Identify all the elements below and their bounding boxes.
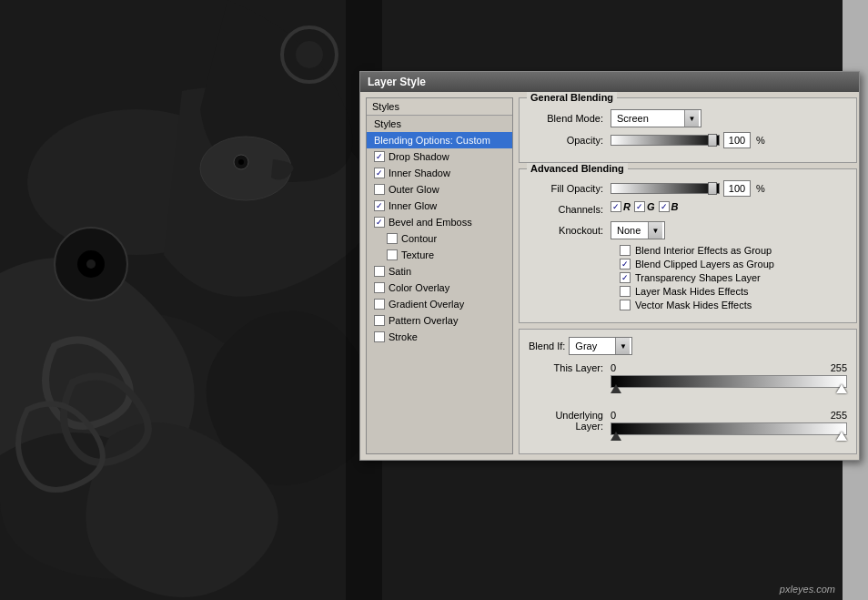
styles-list: StylesBlending Options: CustomDrop Shado…: [367, 116, 512, 345]
style-item-blending-options[interactable]: Blending Options: Custom: [367, 132, 512, 148]
styles-panel: Styles StylesBlending Options: CustomDro…: [366, 97, 513, 454]
adv-chk-layer-mask-hides[interactable]: [620, 286, 631, 297]
channel-R[interactable]: R: [611, 201, 631, 212]
channel-G[interactable]: G: [634, 201, 655, 212]
style-label-satin: Satin: [389, 266, 411, 277]
opacity-slider-track[interactable]: [611, 135, 720, 146]
knockout-value: None: [613, 225, 648, 236]
adv-chk-label-layer-mask-hides: Layer Mask Hides Effects: [635, 286, 749, 297]
fill-opacity-slider-track[interactable]: [611, 183, 720, 194]
channel-B[interactable]: B: [659, 201, 679, 212]
underlying-layer-slider-area: 0 255: [611, 410, 847, 444]
adv-chk-blend-clipped[interactable]: [620, 259, 631, 269]
blend-mode-arrow-icon: ▼: [684, 110, 699, 127]
underlying-layer-left-handle[interactable]: [611, 432, 621, 441]
knockout-arrow-icon: ▼: [648, 222, 662, 239]
this-layer-slider-track[interactable]: [611, 375, 847, 388]
blend-mode-row: Blend Mode: Screen ▼: [529, 109, 847, 127]
svg-point-9: [296, 41, 323, 68]
adv-chk-label-blend-interior: Blend Interior Effects as Group: [635, 245, 772, 256]
opacity-row: Opacity: 100 %: [529, 132, 847, 148]
channel-label-B: B: [671, 201, 679, 212]
style-item-stroke[interactable]: Stroke: [367, 329, 512, 345]
style-checkbox-inner-glow[interactable]: [374, 200, 385, 211]
underlying-layer-slider-track[interactable]: [611, 422, 847, 435]
dialog-body: Styles StylesBlending Options: CustomDro…: [360, 92, 859, 460]
svg-point-4: [86, 259, 96, 269]
watermark: pxleyes.com: [780, 584, 835, 595]
style-checkbox-drop-shadow[interactable]: [374, 151, 385, 162]
channel-checkbox-R[interactable]: [611, 201, 621, 212]
this-layer-row: This Layer: 0 255: [529, 362, 847, 397]
style-checkbox-stroke[interactable]: [374, 331, 385, 342]
channels-checkboxes: RGB: [611, 201, 678, 212]
style-item-styles[interactable]: Styles: [367, 116, 512, 132]
style-checkbox-outer-glow[interactable]: [374, 184, 385, 195]
style-item-outer-glow[interactable]: Outer Glow: [367, 181, 512, 198]
style-label-texture: Texture: [401, 249, 434, 260]
channel-label-R: R: [623, 201, 631, 212]
this-layer-max: 255: [831, 362, 847, 373]
blend-if-dropdown[interactable]: Gray ▼: [569, 337, 632, 355]
style-item-color-overlay[interactable]: Color Overlay: [367, 280, 512, 296]
underlying-layer-right-handle[interactable]: [836, 432, 847, 441]
style-label-contour: Contour: [401, 233, 437, 244]
adv-checkbox-row-blend-interior[interactable]: Blend Interior Effects as Group: [620, 245, 847, 256]
this-layer-right-handle[interactable]: [836, 384, 847, 393]
adv-chk-blend-interior[interactable]: [620, 245, 631, 256]
channel-checkbox-B[interactable]: [659, 201, 670, 212]
dialog-titlebar[interactable]: Layer Style: [360, 72, 859, 92]
blend-mode-label: Blend Mode:: [529, 113, 611, 124]
style-item-texture[interactable]: Texture: [367, 247, 512, 263]
this-layer-left-handle[interactable]: [611, 384, 621, 393]
style-checkbox-gradient-overlay[interactable]: [374, 299, 385, 310]
adv-chk-vector-mask-hides[interactable]: [620, 300, 631, 310]
blend-if-channel: Gray: [571, 341, 615, 351]
style-item-inner-glow[interactable]: Inner Glow: [367, 198, 512, 214]
adv-chk-transparency-shapes[interactable]: [620, 272, 631, 283]
opacity-value[interactable]: 100: [723, 132, 751, 148]
adv-checkbox-row-blend-clipped[interactable]: Blend Clipped Layers as Group: [620, 259, 847, 269]
style-checkbox-texture[interactable]: [387, 249, 398, 260]
blend-mode-dropdown[interactable]: Screen ▼: [611, 109, 701, 127]
style-label-outer-glow: Outer Glow: [389, 184, 439, 195]
underlying-layer-min: 0: [611, 410, 616, 421]
style-checkbox-pattern-overlay[interactable]: [374, 315, 385, 326]
style-checkbox-bevel-emboss[interactable]: [374, 217, 385, 228]
style-item-pattern-overlay[interactable]: Pattern Overlay: [367, 312, 512, 329]
style-label-inner-shadow: Inner Shadow: [389, 168, 450, 178]
style-label-stroke: Stroke: [389, 331, 418, 342]
advanced-checkboxes: Blend Interior Effects as GroupBlend Cli…: [620, 245, 847, 310]
styles-panel-header: Styles: [367, 98, 512, 116]
style-item-drop-shadow[interactable]: Drop Shadow: [367, 148, 512, 165]
svg-point-7: [238, 159, 244, 165]
style-item-contour[interactable]: Contour: [367, 230, 512, 247]
layer-style-dialog: Layer Style Styles StylesBlending Option…: [359, 71, 860, 461]
adv-checkbox-row-transparency-shapes[interactable]: Transparency Shapes Layer: [620, 272, 847, 283]
style-item-inner-shadow[interactable]: Inner Shadow: [367, 165, 512, 181]
blend-if-label: Blend If:: [529, 341, 565, 351]
fill-opacity-value[interactable]: 100: [723, 180, 751, 197]
dialog-title: Layer Style: [368, 76, 426, 88]
channel-checkbox-G[interactable]: [634, 201, 645, 212]
style-item-gradient-overlay[interactable]: Gradient Overlay: [367, 296, 512, 312]
adv-checkbox-row-vector-mask-hides[interactable]: Vector Mask Hides Effects: [620, 300, 847, 310]
underlying-layer-values: 0 255: [611, 410, 847, 421]
channels-row: Channels: RGB: [529, 201, 847, 217]
style-item-satin[interactable]: Satin: [367, 263, 512, 280]
style-checkbox-inner-shadow[interactable]: [374, 168, 385, 178]
style-label-gradient-overlay: Gradient Overlay: [389, 299, 464, 310]
blend-if-row: Blend If: Gray ▼: [529, 337, 847, 355]
fill-opacity-thumb[interactable]: [708, 182, 717, 195]
channel-label-G: G: [647, 201, 655, 212]
style-item-bevel-emboss[interactable]: Bevel and Emboss: [367, 214, 512, 230]
knockout-dropdown[interactable]: None ▼: [611, 221, 665, 239]
adv-checkbox-row-layer-mask-hides[interactable]: Layer Mask Hides Effects: [620, 286, 847, 297]
opacity-slider-container: 100 %: [611, 132, 765, 148]
this-layer-min: 0: [611, 362, 616, 373]
style-checkbox-satin[interactable]: [374, 266, 385, 277]
adv-chk-label-blend-clipped: Blend Clipped Layers as Group: [635, 259, 774, 269]
style-checkbox-color-overlay[interactable]: [374, 282, 385, 293]
opacity-slider-thumb[interactable]: [708, 134, 717, 147]
style-checkbox-contour[interactable]: [387, 233, 398, 244]
